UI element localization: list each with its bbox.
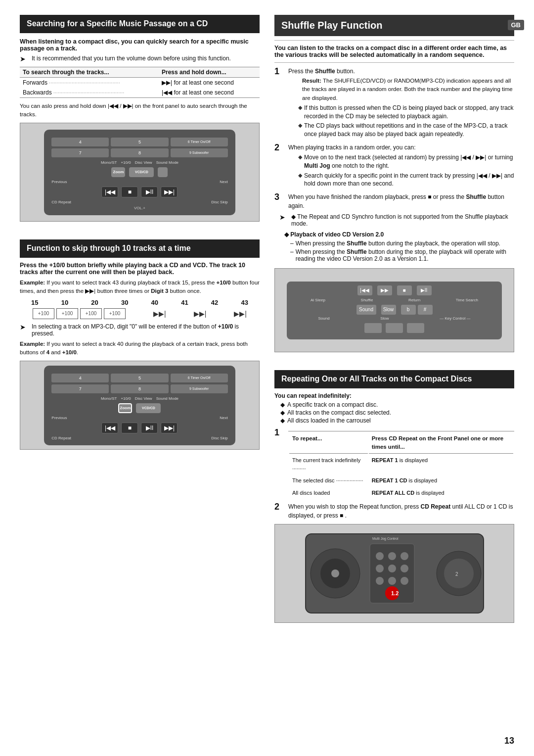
divider2 [274, 62, 514, 63]
arrow-right-icon3: ➤ [279, 213, 288, 221]
auto-search-note: You can aslo press and hold down |◀◀ / ▶… [20, 102, 260, 119]
shuffle-header: Shuffle Play Function [274, 15, 514, 36]
track-numbers: 15 10 20 30 40 41 42 43 [20, 299, 260, 306]
page-number: 13 [504, 736, 514, 746]
arrow-right-icon: ➤ [20, 55, 29, 63]
device-svg: 1.2 2 Multi Jog Control [301, 529, 489, 618]
svg-text:Multi Jog Control: Multi Jog Control [372, 537, 399, 541]
track-boxes: +100 +100 +100 +100 ▶▶| ▶▶| ▶▶| [20, 308, 260, 319]
shuffle-step1: 1 Press the Shuffle button. Result: The … [274, 67, 514, 140]
gb-label: GB [508, 20, 525, 30]
svg-point-5 [376, 552, 384, 560]
svg-point-8 [376, 565, 384, 572]
playback-section: ◆ Playback of video CD Version 2.0 – Whe… [284, 231, 514, 262]
shuffle-step2: 2 When playing tracks in a random order,… [274, 143, 514, 189]
skip-arrow-note: ➤ In selecting a track on MP3-CD, digit … [20, 323, 260, 337]
skip-example2: Example: If you want to select a track 4… [20, 340, 260, 357]
divider1 [274, 40, 514, 41]
repeat-bullet3: ◆ All discs loaded in the carrousel [280, 417, 514, 424]
svg-text:1.2: 1.2 [391, 590, 399, 596]
repeat-table: To repeat... Press CD Repeat on the Fron… [288, 431, 514, 500]
remote-image-top: 4 5 6 Timer On/Off 7 8 9 Subwoofer Mono/… [20, 123, 260, 222]
repeat-section: Repeating One or All Tracks on the Compa… [274, 370, 514, 627]
repeat-header: Repeating One or All Tracks on the Compa… [274, 370, 514, 388]
svg-point-10 [400, 565, 408, 572]
shuffle-step3: 3 When you have finished the random play… [274, 192, 514, 210]
svg-point-7 [400, 552, 408, 560]
searching-section: Searching for a Specific Music Passage o… [20, 15, 260, 226]
remote-image-right: |◀◀ ▶▶ ■ ▶II Al Sleep Shuffle Return Tim… [274, 268, 514, 352]
svg-point-3 [331, 569, 339, 577]
remote-image-bottom-left: 4 5 6 Timer On/Off 7 8 9 Subwoofer Mono/… [20, 361, 260, 450]
left-column: Searching for a Specific Music Passage o… [20, 15, 260, 741]
playback-item2: – When pressing the Shuffle button durin… [290, 248, 514, 262]
repeat-row: The selected disc ·················· REP… [289, 475, 513, 486]
playback-header: ◆ Playback of video CD Version 2.0 [284, 231, 514, 238]
repeat-bullet2: ◆ All tracks on the compact disc selecte… [280, 409, 514, 416]
searching-arrow-note: ➤ It is recommended that you turn the vo… [20, 55, 260, 63]
repeat-col2: Press CD Repeat on the Front Panel one o… [369, 432, 513, 454]
repeat-row: The current track indefinitely ·········… [289, 455, 513, 474]
svg-text:2: 2 [455, 571, 458, 577]
searching-intro: When listening to a compact disc, you ca… [20, 38, 260, 52]
skip-intro: Press the +10/0 button briefly while pla… [20, 262, 260, 276]
rc-art-bottom: 4 5 6 Timer On/Off 7 8 9 Subwoofer Mono/… [44, 366, 235, 445]
repeat-step2: 2 When you wish to stop the Repeat funct… [274, 502, 514, 520]
table-row: Forwards ▶▶| for at least one second [20, 77, 260, 88]
table-row: Backwards |◀◀ for at least one second [20, 88, 260, 98]
svg-point-17 [444, 559, 474, 588]
repeat-title: Repeating One or All Tracks on the Compa… [281, 375, 472, 383]
skip-example1: Example: If you want to select track 43 … [20, 279, 260, 296]
right-column: Shuffle Play Function You can listen to … [274, 15, 514, 741]
rc-number-grid2: 4 5 6 Timer On/Off 7 8 9 Subwoofer [51, 374, 227, 393]
svg-point-13 [400, 577, 408, 585]
repeat-row: All discs loaded REPEAT ALL CD is displa… [289, 487, 513, 499]
repeat-col1: To repeat... [289, 432, 368, 454]
you-can-repeat: You can repeat indefinitely: [274, 392, 514, 399]
search-table: To search through the tracks... Press an… [20, 67, 260, 98]
svg-point-9 [388, 565, 396, 572]
skip-title: Function to skip through 10 tracks at a … [27, 244, 191, 252]
svg-point-6 [388, 552, 396, 560]
device-image-bottom: 1.2 2 Multi Jog Control [274, 524, 514, 623]
searching-title: Searching for a Specific Music Passage o… [27, 19, 208, 28]
rc-number-grid: 4 5 6 Timer On/Off 7 8 9 Subwoofer [51, 138, 227, 157]
repeat-step1: 1 To repeat... Press CD Repeat on the Fr… [274, 428, 514, 500]
shuffle-section: Shuffle Play Function You can listen to … [274, 15, 514, 356]
playback-item1: – When pressing the Shuffle button durin… [290, 240, 514, 247]
rc-art-top: 4 5 6 Timer On/Off 7 8 9 Subwoofer Mono/… [44, 130, 235, 215]
svg-point-12 [388, 577, 396, 585]
shuffle-intro: You can listen to the tracks on a compac… [274, 45, 514, 58]
table-col2: Press and hold down... [159, 67, 260, 77]
repeat-bullet1: ◆ A specific track on a compact disc. [280, 401, 514, 408]
table-col1: To search through the tracks... [20, 67, 159, 77]
skip-header: Function to skip through 10 tracks at a … [20, 239, 260, 258]
svg-point-11 [376, 577, 384, 585]
shuffle-note: ➤ ◆ The Repeat and CD Synchro function i… [279, 213, 514, 227]
arrow-right-icon2: ➤ [20, 323, 29, 331]
searching-header: Searching for a Specific Music Passage o… [20, 15, 260, 33]
rc-art-right: |◀◀ ▶▶ ■ ▶II Al Sleep Shuffle Return Tim… [287, 282, 502, 339]
skip-section: Function to skip through 10 tracks at a … [20, 239, 260, 454]
